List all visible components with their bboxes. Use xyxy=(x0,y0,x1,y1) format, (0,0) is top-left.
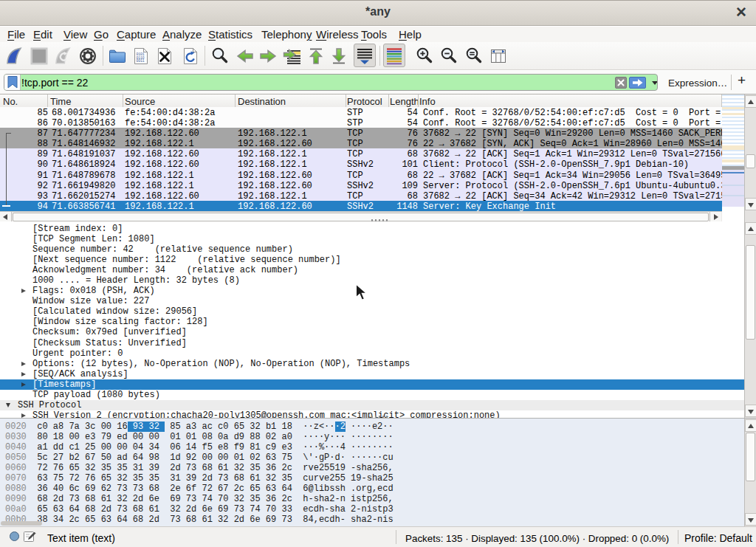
svg-text:0011: 0011 xyxy=(137,59,145,63)
